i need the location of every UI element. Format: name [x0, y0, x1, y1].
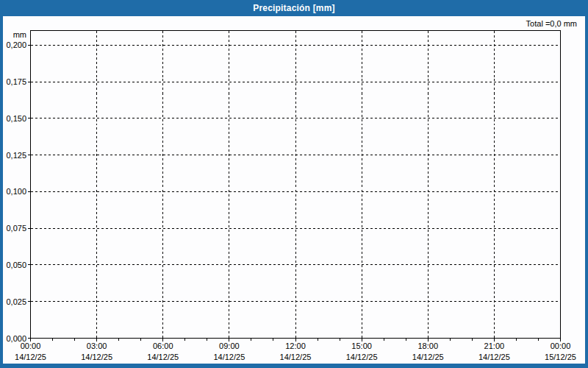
- x-axis-time-label: 21:00: [484, 342, 505, 350]
- x-axis-time-label: 06:00: [153, 342, 173, 350]
- x-axis-date-label: 14/12/25: [15, 353, 46, 361]
- y-axis-tick-label: 0,125: [6, 151, 26, 160]
- x-axis-date-label: 14/12/25: [412, 353, 444, 361]
- x-axis-date-label: 14/12/25: [213, 353, 245, 361]
- chart-window: 0,2000,1750,1500,1250,1000,0750,0500,025…: [0, 0, 588, 368]
- y-axis-tick-label: 0,100: [6, 187, 26, 196]
- x-axis-date-label: 14/12/25: [346, 353, 378, 361]
- y-axis-tick-label: 0,025: [6, 297, 26, 306]
- x-axis-time-label: 09:00: [219, 342, 240, 350]
- x-axis-time-label: 03:00: [87, 342, 107, 350]
- window-border-right: [585, 16, 588, 368]
- x-axis-time-label: 15:00: [351, 342, 372, 350]
- x-axis-time-label: 00:00: [21, 342, 41, 350]
- chart-title: Precipitación [mm]: [253, 3, 335, 13]
- y-axis-tick-label: 0,150: [6, 114, 26, 123]
- y-axis-tick-label: 0,050: [6, 261, 26, 269]
- x-axis-date-label: 15/12/25: [545, 353, 576, 361]
- y-axis-tick-label: 0,200: [6, 40, 26, 49]
- x-axis-date-label: 14/12/25: [280, 353, 312, 361]
- precipitation-plot-area: 0,2000,1750,1500,1250,1000,0750,0500,025…: [0, 0, 588, 368]
- x-axis-time-label: 00:00: [551, 342, 571, 350]
- window-border-bottom: [0, 364, 588, 368]
- x-axis-date-label: 14/12/25: [81, 353, 112, 361]
- window-border-left: [0, 16, 3, 368]
- x-axis-time-label: 18:00: [417, 342, 438, 350]
- x-axis-time-label: 12:00: [285, 342, 306, 350]
- x-axis-date-label: 14/12/25: [478, 353, 510, 361]
- chart-title-bar: Precipitación [mm]: [0, 0, 588, 16]
- y-axis-unit-label: mm: [13, 30, 26, 39]
- y-axis-tick-label: 0,175: [6, 77, 26, 86]
- y-axis-tick-label: 0,075: [6, 224, 26, 233]
- x-axis-date-label: 14/12/25: [147, 353, 179, 361]
- total-precipitation-label: Total =0,0 mm: [526, 19, 577, 28]
